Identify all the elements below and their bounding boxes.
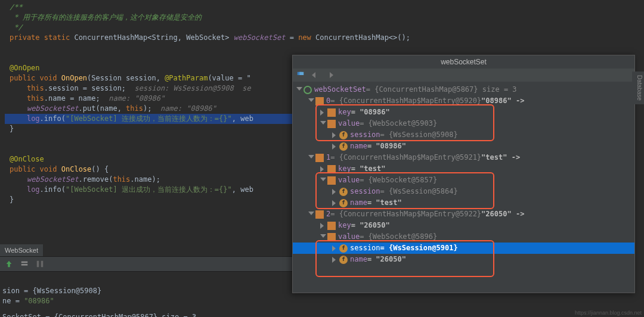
- field: webSocketSet: [234, 33, 286, 42]
- kw: static: [44, 33, 70, 42]
- chevron-down-icon[interactable]: [320, 234, 326, 240]
- chevron-right-icon[interactable]: [332, 132, 338, 138]
- chevron-right-icon[interactable]: [332, 200, 338, 206]
- field-icon: f: [339, 142, 348, 151]
- forward-icon[interactable]: [326, 71, 336, 79]
- svg-rect-1: [21, 264, 28, 266]
- field-icon: f: [339, 244, 348, 253]
- kw: void: [40, 165, 57, 173]
- chevron-right-icon[interactable]: [332, 257, 338, 263]
- tree-row[interactable]: key = "26050": [293, 220, 634, 231]
- svg-rect-5: [299, 72, 304, 75]
- field-icon: f: [339, 131, 348, 139]
- stmt: .remove(: [79, 175, 113, 184]
- type: ConcurrentHashMap<String, WebSocket>: [74, 33, 229, 42]
- field: webSocketSet: [27, 175, 79, 184]
- tree-row[interactable]: key = "08986": [293, 107, 634, 118]
- tree-row[interactable]: value = {WebSocket@5896}: [293, 231, 634, 243]
- anno: @OnClose: [10, 155, 44, 163]
- stmt: , web: [232, 185, 253, 194]
- tree-row[interactable]: fname = "test": [293, 197, 634, 209]
- kw: public: [10, 165, 35, 173]
- code-area: /** * 用于存所有的连接服务的客户端，这个对象存储是安全的 */ priva…: [5, 0, 304, 205]
- comment: * 用于存所有的连接服务的客户端，这个对象存储是安全的: [10, 13, 202, 21]
- entry-icon: [315, 210, 324, 219]
- stmt: );: [143, 104, 151, 113]
- var-row[interactable]: SocketSet = {ConcurrentHashMap@5867} siz…: [2, 312, 196, 317]
- chevron-right-icon[interactable]: [332, 189, 338, 195]
- entry-icon: [315, 97, 324, 105]
- chevron-down-icon[interactable]: [320, 178, 326, 184]
- entry-icon: [327, 176, 336, 185]
- stmt: .info(: [40, 185, 66, 194]
- stmt: .name = name;: [44, 94, 100, 102]
- chevron-right-icon[interactable]: [320, 166, 326, 172]
- svg-rect-2: [37, 261, 39, 268]
- var: log: [27, 114, 40, 123]
- tree-row[interactable]: 1 = {ConcurrentHashMap$MapEntry@5921} "t…: [293, 152, 634, 163]
- tree-row[interactable]: fsession = {WsSession@5908}: [293, 129, 634, 141]
- kw: this: [126, 104, 143, 113]
- kw: new: [298, 33, 311, 42]
- tree-row[interactable]: fsession = {WsSession@5864}: [293, 186, 634, 197]
- inline-hint: session: WsSession@5908 se: [126, 84, 251, 92]
- string: "[WebSocket] 退出成功，当前连接人数为：={}": [66, 185, 232, 194]
- kw: void: [40, 74, 57, 82]
- entry-icon: [327, 165, 336, 173]
- evaluate-popup[interactable]: webSocketSet webSocketSet = {ConcurrentH…: [292, 55, 635, 293]
- chevron-down-icon[interactable]: [308, 98, 314, 104]
- frames-icon[interactable]: [20, 260, 29, 268]
- popup-toolbar: [293, 69, 634, 82]
- watermark: https://jiannan.blog.csdn.net: [575, 310, 642, 316]
- object-icon: [304, 86, 312, 94]
- var-row[interactable]: ne = "08986": [2, 296, 196, 306]
- tool-window-tab-database[interactable]: Database: [632, 72, 644, 104]
- kw: this: [27, 84, 44, 92]
- chevron-down-icon[interactable]: [320, 121, 326, 127]
- entry-icon: [327, 120, 336, 128]
- args: () {: [91, 165, 109, 173]
- chevron-down-icon[interactable]: [308, 155, 314, 161]
- entry-icon: [327, 222, 336, 230]
- args: (Session session,: [87, 74, 165, 82]
- comment: /**: [10, 3, 23, 11]
- svg-rect-3: [41, 261, 44, 268]
- stmt: , web: [232, 114, 253, 123]
- ctor: ConcurrentHashMap<>();: [315, 33, 410, 42]
- chevron-down-icon[interactable]: [296, 87, 302, 93]
- kw: this: [113, 175, 130, 184]
- debug-toolbar: [0, 256, 304, 272]
- stmt: .name);: [130, 175, 160, 184]
- chevron-right-icon[interactable]: [332, 245, 338, 251]
- tree: webSocketSet = {ConcurrentHashMap@5867} …: [293, 82, 634, 268]
- tree-row-selected[interactable]: fsession = {WsSession@5901}: [293, 243, 634, 254]
- kw: private: [10, 33, 40, 42]
- tree-row[interactable]: fname = "08986": [293, 141, 634, 152]
- back-icon[interactable]: [311, 71, 320, 79]
- tree-row[interactable]: value = {WebSocket@5903}: [293, 118, 634, 129]
- tree-row[interactable]: value = {WebSocket@5857}: [293, 175, 634, 186]
- stmt: .session = session;: [44, 84, 126, 92]
- chevron-right-icon[interactable]: [332, 144, 338, 150]
- tree-row[interactable]: key = "test": [293, 163, 634, 175]
- tree-row[interactable]: 0 = {ConcurrentHashMap$MapEntry@5920} "0…: [293, 95, 634, 107]
- tree-row-root[interactable]: webSocketSet = {ConcurrentHashMap@5867} …: [293, 84, 634, 95]
- entry-icon: [327, 233, 336, 241]
- tree-row[interactable]: 2 = {ConcurrentHashMap$MapEntry@5922} "2…: [293, 209, 634, 220]
- field-icon: f: [339, 256, 348, 264]
- variables-panel: sion = {WsSession@5908} ne = "08986" Soc…: [0, 286, 196, 317]
- kw: this: [27, 94, 44, 102]
- tree-row[interactable]: fname = "26050": [293, 254, 634, 265]
- chevron-right-icon[interactable]: [320, 223, 326, 229]
- threads-icon[interactable]: [36, 260, 44, 268]
- pin-icon[interactable]: [296, 71, 305, 79]
- comment: */: [10, 23, 23, 32]
- file-tab[interactable]: WebSocket: [0, 244, 43, 256]
- chevron-down-icon[interactable]: [308, 212, 314, 217]
- chevron-right-icon[interactable]: [320, 110, 326, 116]
- popup-title: webSocketSet: [293, 55, 634, 69]
- execution-line[interactable]: log.info("[WebSocket] 连接成功，当前连接人数为：={}",…: [5, 114, 304, 124]
- var-row[interactable]: sion = {WsSession@5908}: [2, 286, 196, 296]
- step-icon[interactable]: [5, 260, 13, 268]
- args: (value = ": [208, 74, 250, 82]
